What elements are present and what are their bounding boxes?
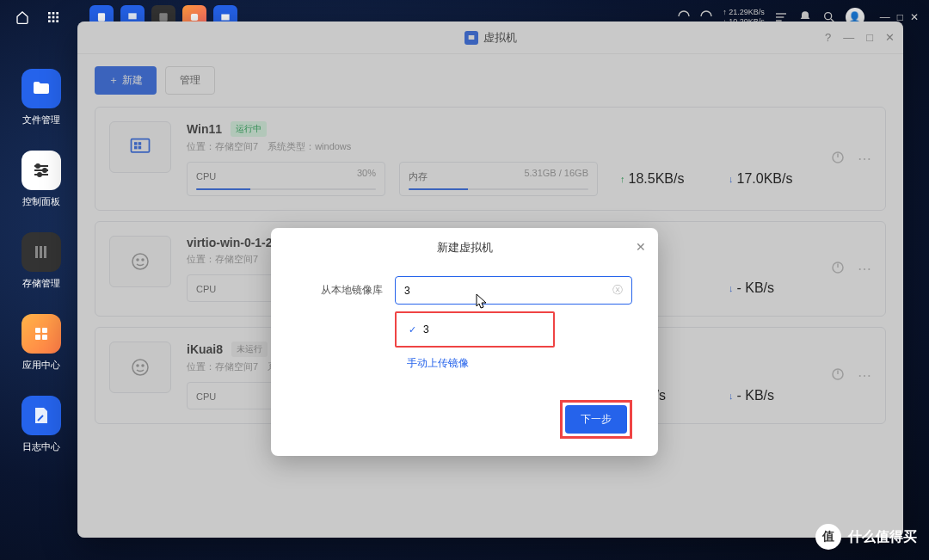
sidebar-label: 存储管理 (22, 277, 60, 290)
apps-grid-icon[interactable] (41, 5, 65, 29)
svg-rect-8 (56, 20, 58, 22)
brand-badge: 值 (815, 524, 841, 550)
image-source-label: 从本地镜像库 (297, 283, 383, 298)
image-input-field[interactable] (404, 285, 612, 297)
svg-rect-10 (159, 13, 167, 21)
brand-watermark: 值 什么值得买 (815, 524, 917, 550)
svg-rect-23 (40, 246, 42, 258)
modal-close-icon[interactable]: ✕ (636, 240, 646, 254)
sidebar-item-storage[interactable]: 存储管理 (22, 232, 61, 290)
svg-rect-22 (35, 246, 38, 258)
sidebar-label: 文件管理 (22, 114, 60, 126)
svg-rect-0 (48, 12, 51, 15)
svg-rect-7 (52, 20, 55, 22)
close-icon[interactable]: ✕ (910, 11, 919, 23)
sidebar-label: 应用中心 (22, 359, 60, 372)
svg-point-15 (824, 13, 831, 20)
svg-rect-9 (98, 13, 105, 21)
svg-point-21 (38, 173, 41, 176)
svg-rect-13 (776, 16, 784, 17)
sidebar-item-files[interactable]: 文件管理 (22, 69, 61, 126)
check-icon: ✓ (409, 324, 416, 335)
svg-rect-25 (35, 328, 40, 333)
svg-rect-28 (42, 335, 47, 340)
image-select-input[interactable]: ⓧ (395, 276, 632, 305)
svg-point-20 (43, 169, 46, 172)
svg-rect-27 (35, 335, 40, 340)
svg-rect-11 (191, 14, 198, 21)
home-icon[interactable] (10, 5, 34, 29)
next-button[interactable]: 下一步 (565, 405, 627, 434)
sidebar-item-logs[interactable]: 日志中心 (22, 396, 61, 453)
svg-rect-24 (44, 246, 46, 258)
svg-rect-3 (48, 16, 51, 19)
svg-rect-6 (48, 20, 51, 22)
brand-text: 什么值得买 (848, 528, 917, 546)
modal-title: 新建虚拟机 (437, 241, 493, 254)
svg-rect-5 (56, 16, 58, 19)
sidebar-label: 控制面板 (22, 195, 60, 208)
svg-rect-4 (52, 16, 55, 19)
svg-rect-1 (52, 12, 55, 15)
svg-rect-26 (42, 328, 47, 333)
image-dropdown: ✓ 3 (395, 311, 555, 348)
desktop-sidebar: 文件管理 控制面板 存储管理 应用中心 日志中心 (22, 69, 61, 453)
next-button-highlight: 下一步 (560, 400, 632, 439)
new-vm-modal: 新建虚拟机 ✕ 从本地镜像库 ⓧ ✓ 3 手动上传镜像 下一步 (271, 228, 658, 456)
svg-rect-12 (776, 13, 786, 14)
sidebar-label: 日志中心 (22, 440, 60, 453)
svg-point-19 (36, 164, 40, 168)
upload-image-link[interactable]: 手动上传镜像 (395, 348, 632, 379)
svg-rect-2 (56, 12, 58, 15)
dropdown-option[interactable]: ✓ 3 (397, 317, 553, 342)
clear-input-icon[interactable]: ⓧ (612, 283, 623, 298)
sidebar-item-apps[interactable]: 应用中心 (22, 314, 61, 372)
sidebar-item-control[interactable]: 控制面板 (22, 151, 61, 208)
